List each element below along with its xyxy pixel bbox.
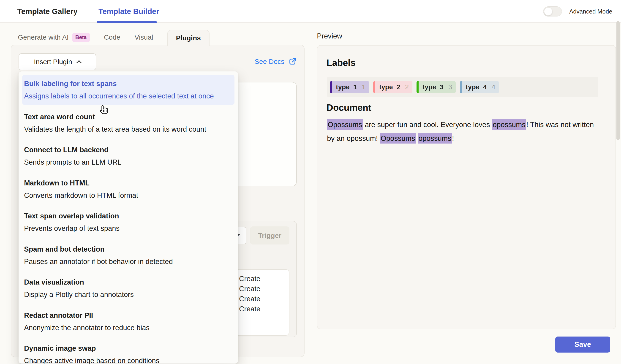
- document-text-segment[interactable]: are super fun and cool. Everyone loves: [363, 121, 492, 129]
- save-button[interactable]: Save: [555, 337, 610, 353]
- label-chip[interactable]: type_4 4: [460, 81, 499, 93]
- label-hotkey: 3: [448, 83, 452, 91]
- preview-heading: Preview: [317, 32, 342, 40]
- label-chip[interactable]: type_2 2: [373, 81, 412, 93]
- document-text-segment[interactable]: opossums: [492, 119, 526, 130]
- builder-tab[interactable]: Generate with AI Beta: [18, 30, 90, 45]
- advanced-mode-toggle[interactable]: [543, 6, 562, 17]
- trigger-button[interactable]: Trigger: [250, 226, 290, 244]
- toggle-knob-icon: [544, 7, 552, 16]
- label-color-bar: [460, 81, 462, 93]
- document-heading: Document: [327, 103, 371, 113]
- insert-plugin-label: Insert Plugin: [34, 58, 72, 66]
- external-link-icon: [288, 57, 297, 66]
- label-color-bar: [330, 81, 332, 93]
- document-text-segment[interactable]: by an opossum!: [327, 134, 380, 142]
- label-chip[interactable]: type_3 3: [416, 81, 456, 93]
- label-chip[interactable]: type_1 1: [330, 81, 369, 93]
- plugin-menu-item[interactable]: Bulk labeling for text spans Assigns lab…: [22, 75, 235, 105]
- see-docs-label: See Docs: [255, 58, 284, 66]
- chevron-up-icon: [76, 60, 82, 66]
- document-text-segment[interactable]: opossums: [418, 133, 452, 143]
- plugin-menu-item[interactable]: Connect to LLM backend Sends prompts to …: [18, 141, 238, 174]
- plugin-menu-item[interactable]: Spam and bot detection Pauses an annotat…: [18, 240, 238, 274]
- label-hotkey: 1: [362, 83, 365, 91]
- label-color-bar: [373, 81, 375, 93]
- document-text: Opossums are super fun and cool. Everyon…: [327, 118, 619, 145]
- labels-heading: Labels: [327, 58, 356, 68]
- builder-tabs: Generate with AI Beta Code Visual Plugin…: [18, 30, 209, 45]
- plugin-menu-item[interactable]: Text span overlap validation Prevents ov…: [18, 207, 238, 240]
- plugin-menu-item[interactable]: Dynamic image swap Changes active image …: [18, 340, 238, 364]
- insert-plugin-button[interactable]: Insert Plugin: [18, 53, 96, 70]
- document-text-segment[interactable]: !: [452, 134, 454, 142]
- top-bar: Template Gallery Template Builder Advanc…: [0, 0, 621, 23]
- label-hotkey: 4: [492, 83, 495, 91]
- labels-strip: type_1 1 type_2 2 type_3 3 type_4 4: [327, 77, 598, 97]
- label-color-bar: [416, 81, 419, 93]
- builder-tab[interactable]: Code: [104, 30, 121, 45]
- label-hotkey: 2: [405, 83, 409, 91]
- beta-badge: Beta: [72, 33, 90, 42]
- builder-tab[interactable]: Visual: [134, 30, 153, 45]
- see-docs-link[interactable]: See Docs: [255, 57, 297, 66]
- active-tab-underline: [97, 21, 157, 23]
- plugin-menu: Bulk labeling for text spans Assigns lab…: [18, 71, 238, 364]
- document-text-segment[interactable]: Opossums: [380, 133, 416, 143]
- document-text-segment[interactable]: Opossums: [327, 119, 363, 130]
- plugin-menu-item[interactable]: Redact annotator PII Anonymize the annot…: [18, 307, 238, 340]
- tab-template-builder[interactable]: Template Builder: [99, 0, 159, 23]
- tab-template-gallery[interactable]: Template Gallery: [17, 0, 78, 23]
- plugin-menu-item[interactable]: Markdown to HTML Converts markdown to HT…: [18, 174, 238, 208]
- plugin-menu-item[interactable]: Data visualization Display a Plotly char…: [18, 273, 238, 307]
- advanced-mode-label: Advanced Mode: [569, 0, 612, 23]
- plugin-menu-item[interactable]: Text area word count Validates the lengt…: [18, 108, 238, 141]
- builder-tab[interactable]: Plugins: [167, 30, 209, 46]
- document-text-segment[interactable]: ! This was not written: [526, 121, 594, 129]
- page-scrollbar[interactable]: [616, 21, 620, 140]
